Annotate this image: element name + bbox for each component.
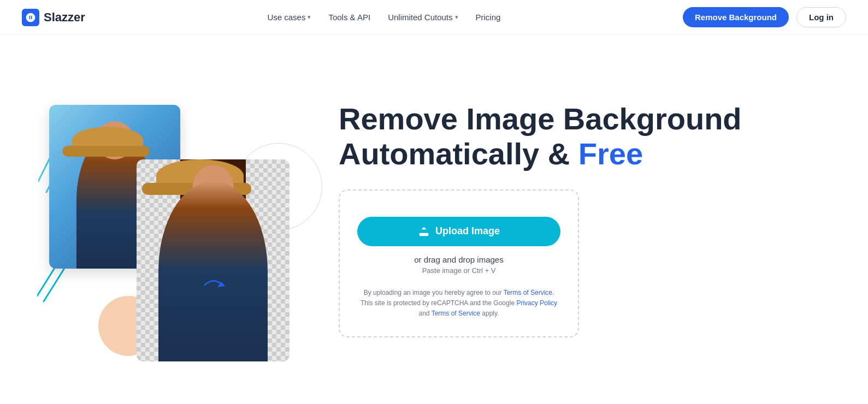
arrow-icon: [202, 274, 229, 298]
hero-visual: [33, 72, 306, 367]
tos-link-2[interactable]: Terms of Service: [432, 310, 480, 317]
upload-icon: [418, 225, 430, 237]
remove-background-button[interactable]: Remove Background: [683, 7, 789, 27]
cutout-photo: [137, 159, 290, 361]
hero-content: Remove Image Background Automatically & …: [339, 102, 835, 337]
hero-title: Remove Image Background Automatically & …: [339, 102, 742, 172]
tos-link[interactable]: Terms of Service: [504, 289, 552, 296]
nav-actions: Remove Background Log in: [683, 7, 846, 27]
navbar: Slazzer Use cases ▾ Tools & API Unlimite…: [0, 0, 868, 35]
nav-tools-api[interactable]: Tools & API: [328, 13, 370, 22]
logo-svg: [25, 12, 36, 23]
drag-drop-text: or drag and drop images: [414, 255, 503, 264]
upload-dropzone[interactable]: Upload Image or drag and drop images Pas…: [339, 189, 579, 338]
chevron-down-icon-2: ▾: [455, 14, 458, 21]
chevron-down-icon: ▾: [308, 14, 311, 21]
logo-text: Slazzer: [44, 10, 85, 25]
paste-text: Paste image or Ctrl + V: [422, 266, 496, 275]
hat-brim-original: [62, 146, 150, 157]
legal-text: By uploading an image you hereby agree t…: [357, 288, 560, 319]
privacy-link[interactable]: Privacy Policy: [516, 299, 557, 307]
logo-link[interactable]: Slazzer: [22, 9, 85, 26]
login-button[interactable]: Log in: [796, 7, 846, 27]
nav-links: Use cases ▾ Tools & API Unlimited Cutout…: [267, 13, 500, 22]
figure-cutout: [158, 181, 268, 361]
hero-section: Remove Image Background Automatically & …: [0, 35, 868, 404]
logo-icon: [22, 9, 39, 26]
nav-use-cases[interactable]: Use cases ▾: [267, 13, 311, 22]
upload-image-button[interactable]: Upload Image: [357, 217, 560, 246]
nav-unlimited-cutouts[interactable]: Unlimited Cutouts ▾: [388, 13, 458, 22]
nav-pricing[interactable]: Pricing: [476, 13, 501, 22]
